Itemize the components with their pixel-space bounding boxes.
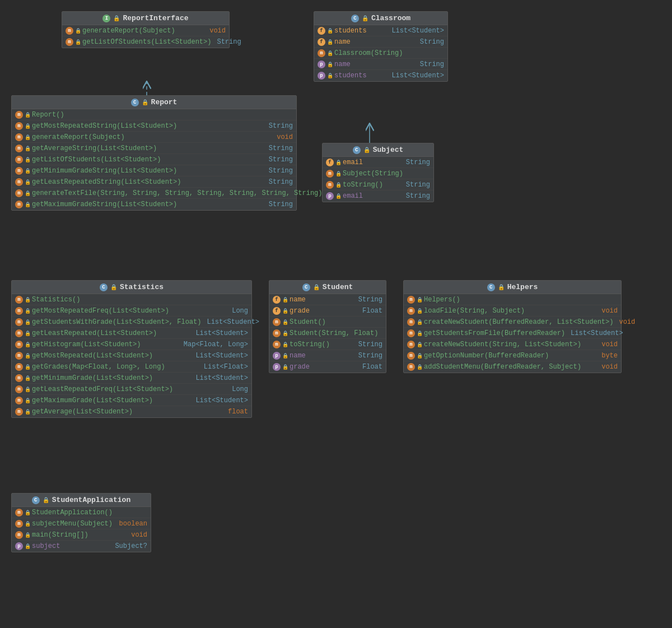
- cl-m1-name: Classroom(String): [334, 49, 403, 57]
- sa-icon: 🔒: [43, 497, 49, 504]
- sa-prop-1: p 🔒 subject Subject?: [12, 541, 151, 552]
- report-interface-icon: 🔒: [113, 15, 120, 22]
- cl-p2-type: List<Student>: [391, 72, 444, 80]
- ri-m1-name: generateReport(Subject): [82, 27, 175, 35]
- cl-prop-1: p 🔒 name String: [314, 59, 447, 70]
- help-m4: m 🔒 getStudentsFromFile(BufferedReader) …: [404, 328, 621, 339]
- r-method-3: m 🔒 generateReport(Subject) void: [12, 132, 296, 143]
- report-interface-header: I 🔒 ReportInterface: [62, 12, 229, 25]
- r-m1-name: Report(): [32, 111, 64, 119]
- subject-badge: C: [353, 146, 361, 154]
- sa-m2: m 🔒 subjectMenu(Subject) boolean: [12, 518, 151, 529]
- r-m5-return: String: [269, 156, 293, 164]
- r-m2-name: getMostRepeatedString(List<Student>): [32, 122, 177, 130]
- sub-m1-name: Subject(String): [343, 170, 403, 178]
- report-badge: C: [131, 99, 139, 106]
- r-m4-return: String: [269, 145, 293, 152]
- r-m7-return: String: [269, 178, 293, 186]
- student-application-header: C 🔒 StudentApplication: [12, 494, 151, 507]
- stu-prop-2: p 🔒 grade Float: [269, 361, 386, 373]
- report-icon: 🔒: [142, 99, 148, 106]
- stat-m11: m 🔒 getAverage(List<Student>) float: [12, 406, 251, 417]
- sa-badge: C: [32, 496, 40, 504]
- help-m7: m 🔒 addStudentMenu(BufferedReader, Subje…: [404, 361, 621, 373]
- r-m6-name: getMinimumGradeString(List<Student>): [32, 167, 177, 175]
- sub-method-2: m 🔒 toString() String: [323, 179, 433, 190]
- student-application-box: C 🔒 StudentApplication m 🔒 StudentApplic…: [11, 493, 151, 552]
- r-m3-return: void: [277, 133, 293, 141]
- subject-title: Subject: [373, 146, 404, 154]
- r-method-4: m 🔒 getAverageString(List<Student>) Stri…: [12, 143, 296, 154]
- stu-m1: m 🔒 Student(): [269, 317, 386, 328]
- subject-box: C 🔒 Subject f 🔒 email String m 🔒 Subject…: [322, 143, 434, 202]
- sa-m1: m 🔒 StudentApplication(): [12, 507, 151, 518]
- sub-p1-type: String: [406, 192, 430, 200]
- stat-m5: m 🔒 getHistogram(List<Student>) Map<Floa…: [12, 339, 251, 350]
- help-m6: m 🔒 getOptionNumber(BufferedReader) byte: [404, 350, 621, 361]
- statistics-header: C 🔒 Statistics: [12, 281, 251, 294]
- r-m4-name: getAverageString(List<Student>): [32, 145, 157, 152]
- stu-field-2: f 🔒 grade Float: [269, 305, 386, 317]
- statistics-badge: C: [100, 283, 108, 291]
- subject-icon: 🔒: [363, 147, 370, 153]
- classroom-icon: 🔒: [362, 15, 368, 22]
- stat-m6: m 🔒 getMostRepeated(List<Student>) List<…: [12, 350, 251, 361]
- helpers-title: Helpers: [507, 283, 538, 291]
- stu-m3: m 🔒 toString() String: [269, 339, 386, 350]
- stat-m4: m 🔒 getLeastRepeated(List<Student>) List…: [12, 328, 251, 339]
- helpers-box: C 🔒 Helpers m 🔒 Helpers() m 🔒 loadFile(S…: [403, 280, 622, 373]
- ri-m2-badge: m: [66, 38, 73, 46]
- stat-m9: m 🔒 getLeastRepeatedFreq(List<Student>) …: [12, 384, 251, 395]
- stu-m2: m 🔒 Student(String, Float): [269, 328, 386, 339]
- classroom-title: Classroom: [371, 14, 410, 22]
- help-m3: m 🔒 createNewStudent(BufferedReader, Lis…: [404, 317, 621, 328]
- r-method-7: m 🔒 getLeastRepeatedString(List<Student>…: [12, 176, 296, 188]
- r-method-1: m 🔒 Report(): [12, 109, 296, 120]
- r-m6-return: String: [269, 167, 293, 175]
- report-title: Report: [151, 98, 178, 106]
- diagram-canvas: I 🔒 ReportInterface m 🔒 generateReport(S…: [0, 0, 672, 628]
- cl-method-1: m 🔒 Classroom(String): [314, 48, 447, 59]
- helpers-header: C 🔒 Helpers: [404, 281, 621, 294]
- r-m7-name: getLeastRepeatedString(List<Student>): [32, 178, 181, 186]
- help-m2: m 🔒 loadFile(String, Subject) void: [404, 305, 621, 317]
- stat-m7: m 🔒 getGrades(Map<Float, Long>, Long) Li…: [12, 361, 251, 373]
- sub-f1-type: String: [406, 159, 430, 166]
- sa-m3: m 🔒 main(String[]) void: [12, 529, 151, 541]
- stat-m10: m 🔒 getMaximumGrade(List<Student>) List<…: [12, 395, 251, 406]
- r-method-8: m 🔒 generateTextFile(String, String, Str…: [12, 188, 296, 199]
- r-m5-name: getListOfStudents(List<Student>): [32, 156, 161, 164]
- ri-m1-return: void: [209, 27, 226, 35]
- student-badge: C: [302, 283, 310, 291]
- sub-m2-name: toString(): [343, 181, 383, 189]
- student-icon: 🔒: [313, 284, 320, 291]
- r-method-9: m 🔒 getMaximumGradeString(List<Student>)…: [12, 199, 296, 210]
- cl-f1-type: List<Student>: [391, 27, 444, 35]
- cl-f1-name: students: [334, 27, 367, 35]
- help-m5: m 🔒 createNewStudent(String, List<Studen…: [404, 339, 621, 350]
- student-box: C 🔒 Student f 🔒 name String f 🔒 grade Fl…: [269, 280, 386, 373]
- ri-method-1: m 🔒 generateReport(Subject) void: [62, 25, 229, 36]
- r-m8-name: generateTextFile(String, String, String,…: [32, 189, 322, 197]
- cl-f2-type: String: [420, 38, 444, 46]
- ri-m2-lock: 🔒: [75, 39, 81, 45]
- student-header: C 🔒 Student: [269, 281, 386, 294]
- statistics-title: Statistics: [120, 283, 164, 291]
- ri-m1-badge: m: [66, 27, 73, 35]
- r-m9-return: String: [269, 201, 293, 208]
- sub-f1-name: email: [343, 159, 363, 166]
- cl-field-2: f 🔒 name String: [314, 36, 447, 48]
- report-interface-badge: I: [102, 15, 110, 22]
- r-m3-name: generateReport(Subject): [32, 133, 125, 141]
- report-interface-title: ReportInterface: [123, 14, 188, 22]
- classroom-badge: C: [351, 15, 359, 22]
- r-method-2: m 🔒 getMostRepeatedString(List<Student>)…: [12, 120, 296, 132]
- classroom-box: C 🔒 Classroom f 🔒 students List<Student>…: [314, 11, 448, 82]
- sub-prop-1: p 🔒 email String: [323, 190, 433, 202]
- stat-m2: m 🔒 getMostRepeatedFreq(List<Student>) L…: [12, 305, 251, 317]
- cl-p1-name: name: [334, 61, 351, 68]
- ri-m2-name: getListOfStudents(List<Student>): [82, 38, 211, 46]
- report-box: C 🔒 Report m 🔒 Report() m 🔒 getMostRepea…: [11, 95, 297, 211]
- ri-method-2: m 🔒 getListOfStudents(List<Student>) Str…: [62, 36, 229, 48]
- cl-prop-2: p 🔒 students List<Student>: [314, 70, 447, 81]
